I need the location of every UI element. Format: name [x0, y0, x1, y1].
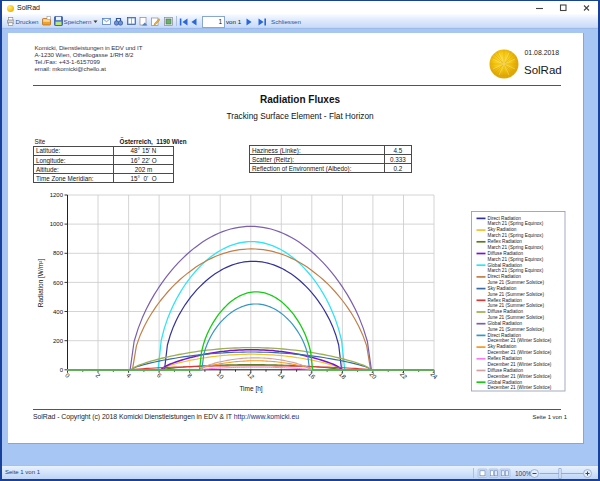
svg-text:1000: 1000: [50, 221, 64, 227]
svg-text:Global Radiation: Global Radiation: [488, 321, 523, 326]
svg-text:Sky Radiation: Sky Radiation: [488, 344, 517, 349]
svg-text:Global Radiation: Global Radiation: [488, 263, 523, 268]
svg-text:Time [h]: Time [h]: [239, 385, 262, 393]
svg-text:0: 0: [60, 367, 64, 373]
svg-text:200: 200: [53, 338, 64, 344]
svg-text:14: 14: [277, 370, 287, 380]
svg-text:Diffuse Radiation: Diffuse Radiation: [488, 251, 524, 256]
svg-text:Sky Radiation: Sky Radiation: [488, 227, 517, 232]
svg-text:December 21 (Winter Solstice): December 21 (Winter Solstice): [488, 338, 552, 343]
svg-text:4: 4: [125, 372, 133, 380]
svg-text:Reflex Radiation: Reflex Radiation: [488, 239, 523, 244]
svg-text:10: 10: [216, 370, 226, 380]
svg-text:June 21 (Summer Solstice): June 21 (Summer Solstice): [488, 327, 545, 332]
svg-text:22: 22: [399, 370, 409, 380]
svg-text:Direct Radiation: Direct Radiation: [488, 333, 522, 338]
svg-text:Reflex Radiation: Reflex Radiation: [488, 356, 523, 361]
svg-text:December 21 (Winter Solstice): December 21 (Winter Solstice): [488, 350, 552, 355]
svg-text:December 21 (Winter Solstice): December 21 (Winter Solstice): [488, 385, 552, 390]
svg-text:December 21 (Winter Solstice): December 21 (Winter Solstice): [488, 374, 552, 379]
svg-text:Direct Radiation: Direct Radiation: [488, 274, 522, 279]
svg-text:6: 6: [156, 372, 164, 380]
svg-text:18: 18: [338, 370, 348, 380]
svg-text:December 21 (Winter Solstice): December 21 (Winter Solstice): [488, 362, 552, 367]
svg-text:20: 20: [368, 370, 378, 380]
svg-text:March 21 (Spring Equinox): March 21 (Spring Equinox): [488, 257, 544, 262]
svg-text:Direct Radiation: Direct Radiation: [488, 216, 522, 221]
svg-text:1200: 1200: [50, 192, 64, 198]
svg-text:March 21 (Spring Equinox): March 21 (Spring Equinox): [488, 233, 544, 238]
svg-text:Diffuse Radiation: Diffuse Radiation: [488, 309, 524, 314]
svg-text:12: 12: [246, 370, 256, 380]
svg-text:Reflex Radiation: Reflex Radiation: [488, 298, 523, 303]
svg-text:0: 0: [64, 372, 72, 380]
svg-text:June 21 (Summer Solstice): June 21 (Summer Solstice): [488, 315, 545, 320]
svg-text:June 21 (Summer Solstice): June 21 (Summer Solstice): [488, 292, 545, 297]
svg-text:Sky Radiation: Sky Radiation: [488, 286, 517, 291]
svg-text:600: 600: [53, 280, 64, 286]
svg-text:Diffuse Radiation: Diffuse Radiation: [488, 368, 524, 373]
svg-text:800: 800: [53, 250, 64, 256]
svg-text:Global Radiation: Global Radiation: [488, 380, 523, 385]
svg-text:8: 8: [186, 372, 194, 380]
svg-text:400: 400: [53, 309, 64, 315]
svg-text:24: 24: [429, 370, 439, 380]
svg-text:June 21 (Summer Solstice): June 21 (Summer Solstice): [488, 280, 545, 285]
svg-text:March 21 (Spring Equinox): March 21 (Spring Equinox): [488, 221, 544, 226]
svg-text:100%: 100%: [515, 470, 532, 477]
svg-text:2: 2: [95, 372, 103, 380]
svg-text:March 21 (Spring Equinox): March 21 (Spring Equinox): [488, 245, 544, 250]
svg-text:March 21 (Spring Equinox): March 21 (Spring Equinox): [488, 268, 544, 273]
svg-text:16: 16: [307, 370, 317, 380]
svg-text:Radiation [W/m²]: Radiation [W/m²]: [37, 259, 45, 308]
svg-text:June 21 (Summer Solstice): June 21 (Summer Solstice): [488, 303, 545, 308]
